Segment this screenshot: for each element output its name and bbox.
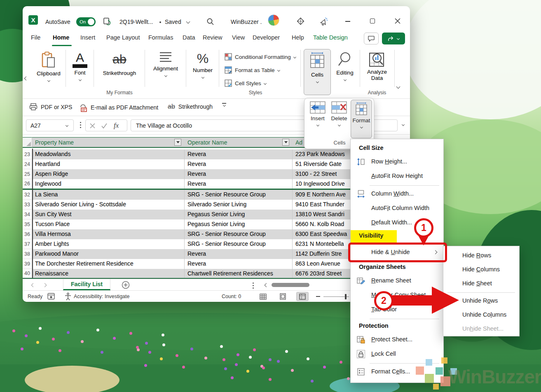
document-title[interactable]: 2Q19-Wellt... [119, 19, 153, 25]
table-row[interactable]: InglewoodRevera10 Inglewood Drive [32, 179, 352, 189]
menu-item-row-height[interactable]: Row Height... [351, 155, 443, 169]
excel-logo-icon[interactable]: X [28, 15, 38, 25]
row-number[interactable]: 26 [23, 179, 32, 189]
ribbon-scroll-left-icon[interactable] [24, 77, 28, 81]
table-row[interactable]: Silverado Senior Living - ScottsdaleSilv… [32, 200, 352, 210]
column-header-property[interactable]: Property Name [32, 137, 185, 148]
clipboard-group-button[interactable]: Clipboard [34, 51, 63, 82]
zoom-out-button[interactable] [316, 296, 320, 297]
view-page-break-button[interactable] [296, 292, 309, 301]
table-row[interactable]: La SienaSRG - Senior Resource Group909 E… [32, 190, 352, 200]
tab-review[interactable]: Review [203, 34, 222, 41]
tab-data[interactable]: Data [183, 34, 195, 41]
minimize-button[interactable] [345, 21, 350, 22]
ribbon-options-chevron-icon[interactable] [396, 85, 400, 89]
sheet-nav-right-icon[interactable] [43, 283, 47, 287]
table-row[interactable]: Villa HermosaSRG - Senior Resource Group… [32, 229, 352, 239]
insert-button[interactable]: Insert [308, 101, 328, 126]
submenu-item-hide-rows[interactable]: Hide Rows [443, 249, 519, 263]
row-number[interactable]: 40 [23, 269, 32, 278]
tab-help[interactable]: Help [292, 34, 304, 41]
pdf-or-xps-button[interactable]: PDF or XPS [29, 103, 72, 111]
save-icon[interactable] [103, 17, 112, 28]
comments-button[interactable] [364, 33, 379, 44]
name-box[interactable]: A27 [26, 119, 74, 131]
select-all-corner[interactable] [23, 137, 32, 148]
table-row[interactable]: Tucson PlacePegasus Senior Living5660 N.… [32, 219, 352, 229]
conditional-formatting-button[interactable]: Conditional Formatting [225, 53, 296, 61]
column-header-operator[interactable]: Operator Name [185, 137, 293, 148]
filter-button-property[interactable] [174, 139, 181, 146]
account-avatar[interactable] [268, 14, 279, 26]
qat-strikethrough-button[interactable]: ab Strikethrough [168, 103, 213, 110]
row-number[interactable]: 35 [23, 219, 32, 229]
accessibility-icon[interactable] [64, 292, 72, 302]
table-row[interactable]: MeadowlandsRevera223 Park Meadows [32, 149, 352, 159]
table-row[interactable]: Sun City WestPegasus Senior Living13810 … [32, 210, 352, 219]
cancel-icon[interactable] [90, 123, 95, 130]
format-button[interactable]: Format [351, 100, 372, 138]
table-row[interactable]: RenaissanceChartwell Retirement Residenc… [32, 269, 352, 278]
tab-page-layout[interactable]: Page Layout [106, 34, 140, 41]
hscroll-left-icon[interactable] [265, 283, 269, 287]
cell-styles-button[interactable]: Cell Styles [225, 79, 266, 87]
row-number[interactable]: 37 [23, 239, 32, 249]
menu-item-autofit-column-width[interactable]: AutoFit Column Width [351, 201, 443, 216]
cells-group-button[interactable]: Cells [304, 49, 331, 95]
delete-button[interactable]: Delete [329, 101, 349, 126]
filter-button-operator[interactable] [282, 139, 289, 146]
number-group-button[interactable]: % Number [189, 51, 216, 78]
name-box-drag-icon[interactable] [80, 122, 81, 123]
menu-item-column-width[interactable]: Column Width... [351, 187, 443, 201]
autosave-toggle[interactable]: On [76, 17, 96, 26]
formula-bar-expand-icon[interactable] [402, 123, 405, 126]
premium-diamond-icon[interactable] [297, 17, 304, 27]
qat-overflow-button[interactable] [222, 103, 226, 106]
macro-record-icon[interactable] [47, 293, 55, 301]
sheet-nav-left-icon[interactable] [31, 283, 35, 287]
row-number[interactable]: 36 [23, 229, 32, 239]
new-sheet-button[interactable] [122, 281, 130, 291]
sheet-tab-options-icon[interactable] [253, 282, 254, 284]
row-number[interactable]: 33 [23, 200, 32, 210]
maximize-button[interactable] [370, 19, 375, 23]
row-number[interactable]: 23 [23, 149, 32, 159]
row-number[interactable]: 25 [23, 169, 32, 179]
email-pdf-button[interactable]: E-mail as PDF Attachment [78, 103, 158, 112]
tab-file[interactable]: File [31, 34, 40, 41]
enter-check-icon[interactable] [101, 123, 107, 130]
account-name[interactable]: WinBuzzer . [231, 19, 262, 25]
fx-icon[interactable]: fx [114, 121, 119, 130]
menu-item-rename-sheet[interactable]: Rename Sheet [351, 274, 443, 288]
share-button[interactable] [382, 33, 405, 44]
tab-insert[interactable]: Insert [80, 34, 95, 41]
sheet-tab-facility-list[interactable]: Facility List [63, 279, 110, 290]
tab-developer[interactable]: Developer [253, 34, 280, 41]
table-row[interactable]: Aspen RidgeRevera3100 - 22 Street [32, 169, 352, 179]
menu-item-autofit-row-height[interactable]: AutoFit Row Height [351, 169, 443, 184]
feedback-megaphone-icon[interactable] [319, 17, 328, 28]
alignment-group-button[interactable]: Alignment [148, 51, 183, 77]
saved-chevron-icon[interactable] [186, 20, 190, 24]
accessibility-status[interactable]: Accessibility: Investigate [74, 294, 129, 299]
zoom-slider-handle[interactable] [345, 294, 347, 299]
view-normal-button[interactable] [257, 292, 269, 301]
tab-home[interactable]: Home [53, 34, 69, 41]
row-number[interactable]: 32 [23, 190, 32, 200]
format-as-table-button[interactable]: Format as Table [225, 66, 280, 74]
row-number[interactable]: 34 [23, 210, 32, 219]
font-group-button[interactable]: A Font [69, 51, 91, 81]
table-row[interactable]: Amber LightsSRG - Senior Resource Group6… [32, 239, 352, 249]
menu-item-protect-sheet[interactable]: Protect Sheet... [351, 333, 443, 347]
editing-group-button[interactable]: Editing [333, 51, 357, 81]
saved-status[interactable]: Saved [165, 19, 181, 25]
search-icon[interactable] [206, 18, 214, 27]
table-row[interactable]: Parkwood ManorRevera1142 Dufferin Stre [32, 249, 352, 259]
close-button[interactable] [395, 18, 400, 26]
horizontal-scrollbar-thumb[interactable] [272, 283, 309, 287]
analyze-data-button[interactable]: Analyze Data [362, 51, 392, 81]
table-row[interactable]: HeartlandRevera51 Riverside Gate [32, 159, 352, 169]
view-page-layout-button[interactable] [276, 292, 289, 301]
row-number[interactable]: 39 [23, 259, 32, 269]
submenu-item-hide-columns[interactable]: Hide Columns [443, 263, 519, 277]
